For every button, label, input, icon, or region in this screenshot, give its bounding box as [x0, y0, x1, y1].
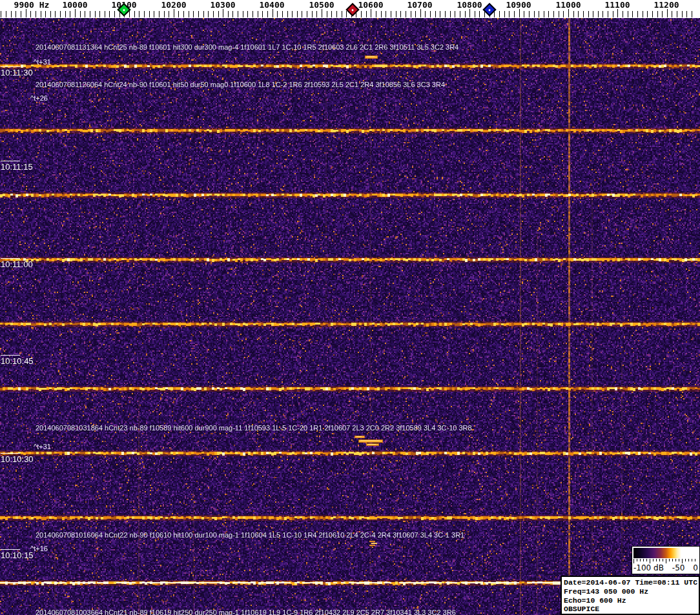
freq-tick-label: 10000: [62, 0, 87, 10]
freq-tick-label: 10600: [358, 0, 383, 10]
freq-tick-label: 10700: [407, 0, 432, 10]
db-scale-ticks: [633, 559, 698, 563]
status-info-box: Date=2014-06-07 Time=08:11 UTC Freq=143 …: [561, 576, 700, 615]
frequency-ruler: 9900 Hz100001010010200103001040010500106…: [0, 0, 700, 18]
freq-tick-label: 11200: [654, 0, 679, 10]
freq-tick-label: 10200: [161, 0, 186, 10]
freq-tick-label: 11100: [604, 0, 630, 10]
freq-tick-label: 10400: [259, 0, 284, 10]
freq-tick-label: 11000: [555, 0, 581, 10]
db-color-gradient: [633, 548, 698, 558]
freq-tick-label: 10800: [457, 0, 482, 10]
freq-tick-label: 10500: [309, 0, 334, 10]
db-label-mid: -50: [672, 563, 685, 572]
info-line-date-time: Date=2014-06-07 Time=08:11 UTC: [564, 578, 697, 587]
db-label-max: 0: [693, 563, 698, 572]
info-line-freq: Freq=143 050 000 Hz: [564, 587, 697, 596]
freq-tick-label: 9900 Hz: [14, 0, 50, 10]
spectrogram-display[interactable]: [0, 18, 700, 615]
info-line-observatory: OBSUPICE: [564, 605, 697, 614]
freq-tick-label: 10900: [506, 0, 531, 10]
db-color-scale: -100 dB -50 0: [632, 546, 700, 574]
freq-tick-label: 10300: [210, 0, 235, 10]
info-line-echo: Echo=10 600 Hz: [564, 596, 697, 605]
db-scale-labels: -100 dB -50 0: [633, 563, 698, 572]
meteor-spectrogram-app: 9900 Hz100001010010200103001040010500106…: [0, 0, 700, 615]
db-label-min: -100 dB: [633, 563, 664, 572]
